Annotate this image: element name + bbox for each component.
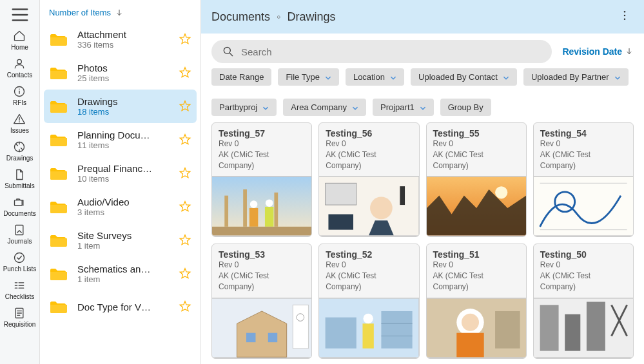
document-card[interactable]: Testing_54 Rev 0 AK (CMiC Test Company) [533, 122, 634, 237]
folder-count: 3 items [77, 207, 170, 217]
sort-button[interactable]: Revision Date [562, 46, 634, 57]
filter-chip[interactable]: Area Company [283, 99, 366, 116]
folder-name: Schematics an… [77, 263, 170, 274]
punchlists-icon [13, 251, 26, 264]
folder-item[interactable]: Photos 25 items [40, 56, 200, 90]
folder-sort-label[interactable]: Number of Items [49, 8, 111, 17]
rail-item-issues[interactable]: Issues [3, 109, 37, 137]
svg-rect-37 [212, 227, 311, 235]
rail-item-checklists[interactable]: Checklists [3, 275, 37, 303]
folder-icon [49, 264, 68, 283]
rail-item-documents[interactable]: Documents [3, 192, 37, 220]
chip-label: Group By [448, 102, 483, 112]
folder-item[interactable]: Prequal Financ… 10 items [40, 157, 200, 190]
document-card[interactable]: Testing_57 Rev 0 AK (CMiC Test Company) [211, 122, 312, 237]
card-owner: AK (CMiC Test Company) [219, 149, 305, 171]
svg-point-57 [364, 314, 373, 323]
document-card[interactable]: Testing_53 Rev 0 AK (CMiC Test Company) [211, 244, 312, 358]
star-icon[interactable] [179, 234, 191, 247]
filter-chip[interactable]: Uploaded By Partner [523, 68, 629, 86]
svg-rect-33 [249, 208, 258, 227]
breadcrumb-root[interactable]: Documents [211, 10, 270, 24]
star-icon[interactable] [179, 133, 191, 146]
more-menu-button[interactable] [616, 6, 634, 27]
svg-rect-31 [243, 189, 247, 227]
caret-down-icon [352, 104, 358, 111]
filter-chip[interactable]: Date Range [211, 68, 271, 86]
card-owner: AK (CMiC Test Company) [433, 271, 520, 292]
caret-down-icon [420, 104, 426, 111]
svg-rect-42 [400, 187, 405, 206]
rail-item-label: Home [11, 44, 28, 51]
rail-item-label: Documents [3, 210, 36, 217]
filter-chip[interactable]: Location [346, 68, 404, 86]
folder-item[interactable]: Attachment 336 items [40, 23, 200, 56]
star-icon[interactable] [179, 100, 191, 113]
folder-item[interactable]: Audio/Video 3 items [40, 190, 200, 224]
document-card[interactable]: Testing_50 Rev 0 AK (CMiC Test Company) [533, 244, 634, 358]
filter-chip[interactable]: File Type [278, 68, 339, 86]
card-revision: Rev 0 [326, 260, 412, 271]
folder-icon [49, 30, 68, 49]
rail-item-journals[interactable]: Journals [3, 220, 37, 247]
filter-chip[interactable]: Group By [440, 99, 491, 116]
svg-point-44 [495, 187, 507, 199]
card-owner: AK (CMiC Test Company) [326, 271, 412, 292]
chip-label: Uploaded By Contact [418, 72, 498, 82]
main-area: Documents ◦ Drawings Revision Date Date … [201, 0, 644, 364]
svg-rect-64 [456, 332, 483, 357]
folder-icon [49, 164, 68, 183]
folder-count: 11 items [77, 140, 170, 150]
document-card[interactable]: Testing_55 Rev 0 AK (CMiC Test Company) [426, 122, 527, 237]
rail-item-submittals[interactable]: Submittals [3, 164, 37, 192]
star-icon[interactable] [179, 167, 191, 180]
star-icon[interactable] [179, 200, 191, 213]
folder-name: Photos [77, 62, 170, 73]
rail-item-requisition[interactable]: Requisition [3, 303, 37, 330]
card-title: Testing_52 [326, 249, 412, 260]
document-card[interactable]: Testing_51 Rev 0 AK (CMiC Test Company) [426, 244, 527, 358]
card-thumbnail [212, 176, 311, 236]
folder-name: Audio/Video [77, 196, 170, 207]
rail-item-punchlists[interactable]: Punch Lists [3, 247, 37, 275]
caret-down-icon [503, 74, 509, 81]
search-input[interactable] [241, 46, 542, 57]
folder-item[interactable]: Planning Docu… 11 items [40, 123, 200, 157]
star-icon[interactable] [179, 33, 191, 46]
card-revision: Rev 0 [433, 139, 520, 149]
svg-rect-56 [363, 323, 374, 349]
rail-item-rfis[interactable]: RFIs [3, 81, 37, 109]
rail-item-contacts[interactable]: Contacts [3, 53, 37, 81]
card-title: Testing_54 [540, 128, 627, 139]
folder-name: Prequal Financ… [77, 163, 170, 174]
rail-item-drawings[interactable]: Drawings [3, 137, 37, 164]
star-icon[interactable] [179, 267, 191, 280]
star-icon[interactable] [179, 300, 191, 313]
folder-icon [49, 231, 68, 250]
svg-rect-50 [246, 332, 255, 341]
folder-item[interactable]: Drawings 18 items [44, 90, 197, 123]
svg-rect-68 [565, 314, 580, 351]
caret-down-icon [614, 74, 621, 81]
card-revision: Rev 0 [219, 139, 305, 149]
document-card[interactable]: Testing_52 Rev 0 AK (CMiC Test Company) [318, 244, 419, 358]
card-owner: AK (CMiC Test Company) [326, 149, 412, 171]
search-box[interactable] [211, 40, 552, 63]
folder-item[interactable]: Schematics an… 1 item [40, 257, 200, 291]
filter-chip[interactable]: Projpart1 [373, 99, 434, 116]
chip-label: Location [353, 72, 385, 82]
folder-sort-header[interactable]: Number of Items [40, 0, 200, 23]
folder-item[interactable]: Doc Type for V… [40, 291, 200, 323]
folder-item[interactable]: Site Surveys 1 item [40, 224, 200, 257]
filter-chip[interactable]: Partbyproj [211, 99, 277, 116]
card-owner: AK (CMiC Test Company) [540, 149, 627, 171]
filter-chip[interactable]: Uploaded By Contact [411, 68, 517, 86]
menu-button[interactable] [9, 4, 31, 26]
rail-item-home[interactable]: Home [3, 26, 37, 53]
star-icon[interactable] [179, 66, 191, 79]
card-revision: Rev 0 [326, 139, 412, 149]
documents-icon [13, 196, 26, 209]
document-card[interactable]: Testing_56 Rev 0 AK (CMiC Test Company) [318, 122, 419, 237]
folder-panel: Number of Items Attachment 336 items Pho… [40, 0, 201, 364]
arrow-down-icon [115, 8, 124, 17]
